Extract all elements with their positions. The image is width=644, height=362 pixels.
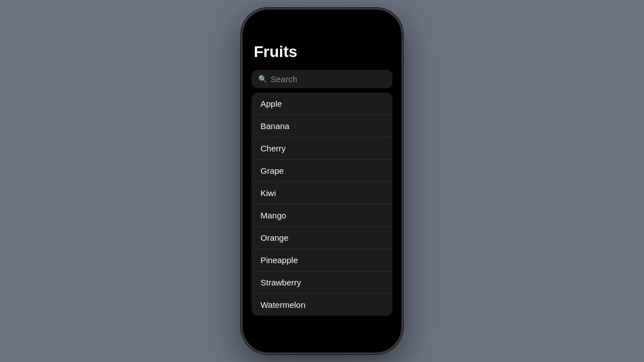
search-input[interactable] (271, 74, 386, 84)
search-bar[interactable]: 🔍 (252, 70, 392, 88)
fruit-item[interactable]: Banana (252, 115, 392, 137)
mute-button (241, 77, 242, 94)
fruit-item[interactable]: Orange (252, 227, 392, 249)
page-title: Fruits (243, 43, 401, 70)
search-icon: 🔍 (258, 75, 267, 83)
phone-frame: Fruits 🔍 AppleBananaCherryGrapeKiwiMango… (241, 8, 403, 354)
fruit-item[interactable]: Pineapple (252, 249, 392, 272)
volume-down-button (241, 137, 242, 165)
fruit-item[interactable]: Watermelon (252, 294, 392, 316)
fruit-item[interactable]: Apple (252, 93, 392, 115)
fruit-item[interactable]: Cherry (252, 137, 392, 160)
power-button (402, 110, 403, 149)
phone-screen: Fruits 🔍 AppleBananaCherryGrapeKiwiMango… (243, 9, 401, 353)
volume-up-button (241, 102, 242, 130)
fruit-list: AppleBananaCherryGrapeKiwiMangoOrangePin… (252, 93, 392, 316)
fruit-item[interactable]: Kiwi (252, 182, 392, 204)
fruit-item[interactable]: Mango (252, 204, 392, 227)
fruit-item[interactable]: Grape (252, 160, 392, 182)
app-content: Fruits 🔍 AppleBananaCherryGrapeKiwiMango… (243, 43, 401, 316)
fruit-item[interactable]: Strawberry (252, 272, 392, 294)
